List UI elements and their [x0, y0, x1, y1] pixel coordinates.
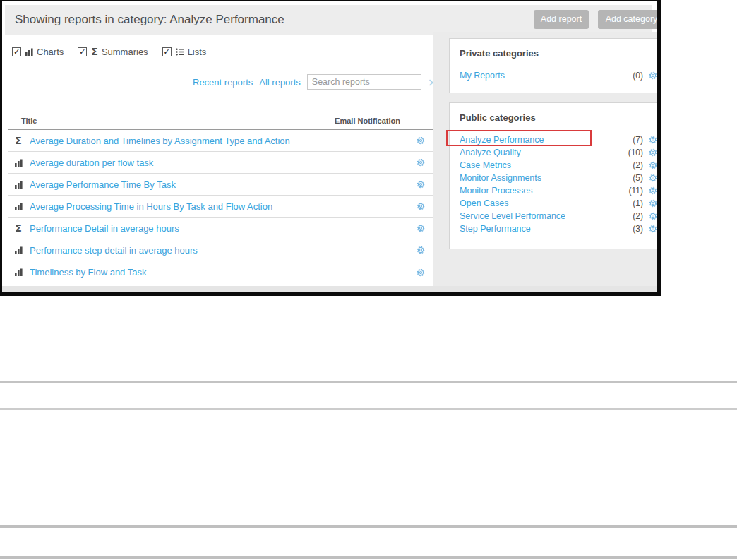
category-item: Monitor Processes (11) — [450, 184, 657, 197]
bar-chart-icon — [11, 159, 25, 167]
category-item: Case Metrics (2) — [450, 159, 657, 172]
table-row: Average duration per flow task — [8, 152, 433, 174]
report-link[interactable]: Average Duration and Timelines by Assign… — [30, 136, 413, 146]
private-categories-heading: Private categories — [450, 39, 657, 59]
table-row: Average Performance Time By Task — [8, 174, 433, 196]
bar-chart-icon — [25, 48, 33, 56]
filter-row: ✓ Charts ✓ Σ Summaries ✓ Lists — [12, 46, 220, 57]
list-icon — [176, 48, 184, 56]
category-link[interactable]: Monitor Assignments — [460, 173, 619, 183]
categories-panel: Private categories My Reports (0) Public… — [433, 32, 657, 290]
page: { "header": { "title": "Showing reports … — [0, 0, 737, 560]
report-table-body: Σ Average Duration and Timelines by Assi… — [8, 130, 433, 283]
report-link[interactable]: Average Processing Time in Hours By Task… — [30, 201, 413, 212]
category-link[interactable]: Case Metrics — [460, 160, 619, 170]
category-link[interactable]: Step Performance — [460, 224, 619, 234]
category-item: Analyze Performance (7) — [450, 133, 657, 146]
category-count: (3) — [619, 224, 643, 234]
lists-checkbox[interactable]: ✓ — [162, 47, 172, 56]
report-link[interactable]: Performance Detail in average hours — [30, 223, 413, 234]
report-link[interactable]: Timeliness by Flow and Task — [30, 267, 413, 278]
summaries-checkbox[interactable]: ✓ — [78, 47, 87, 56]
category-count: (10) — [619, 148, 643, 157]
charts-filter-label: Charts — [37, 47, 64, 57]
search-input[interactable] — [307, 74, 421, 90]
gear-icon[interactable] — [413, 268, 429, 278]
category-count: (2) — [619, 160, 643, 170]
private-categories-box: Private categories My Reports (0) — [449, 38, 657, 93]
add-category-button[interactable]: Add category — [598, 10, 661, 29]
bar-chart-icon — [11, 268, 25, 276]
check-icon: ✓ — [79, 48, 85, 56]
category-count: (11) — [619, 186, 643, 196]
title-column-header: Title — [21, 117, 37, 125]
category-count: (2) — [619, 211, 643, 221]
category-count: (5) — [619, 173, 643, 183]
category-item: Monitor Assignments (5) — [450, 172, 657, 184]
sigma-icon: Σ — [11, 135, 25, 146]
table-row: Σ Performance Detail in average hours — [8, 218, 433, 239]
category-item: Open Cases (1) — [450, 197, 657, 210]
category-link[interactable]: Analyze Quality — [460, 148, 619, 157]
gear-icon[interactable] — [646, 211, 657, 221]
gear-icon[interactable] — [413, 157, 429, 167]
public-categories-list: Analyze Performance (7) Analyze Quality … — [450, 133, 657, 235]
table-row: Performance step detail in average hours — [8, 239, 433, 261]
check-icon: ✓ — [13, 48, 20, 56]
private-categories-list: My Reports (0) — [450, 69, 657, 82]
divider-line — [0, 408, 737, 410]
report-browser-window: Showing reports in category: Analyze Per… — [0, 0, 661, 296]
divider-line — [0, 381, 737, 383]
filter-charts: ✓ Charts — [12, 47, 64, 57]
check-icon: ✓ — [164, 48, 170, 56]
report-table: Title Email Notification Σ Average Durat… — [8, 112, 433, 283]
category-link[interactable]: Service Level Performance — [460, 211, 619, 221]
gear-icon[interactable] — [646, 148, 657, 157]
gear-icon[interactable] — [646, 135, 657, 145]
sigma-icon: Σ — [11, 222, 25, 234]
gear-icon[interactable] — [413, 201, 429, 211]
category-count: (0) — [619, 71, 643, 81]
lists-filter-label: Lists — [188, 47, 207, 57]
category-link[interactable]: Analyze Performance — [460, 135, 619, 145]
gear-icon[interactable] — [413, 136, 429, 145]
gear-icon[interactable] — [413, 179, 429, 189]
gear-icon[interactable] — [646, 186, 657, 196]
public-categories-box: Public categories Analyze Performance (7… — [449, 102, 657, 249]
public-categories-heading: Public categories — [450, 103, 657, 123]
bar-chart-icon — [11, 246, 25, 254]
report-link[interactable]: Average Performance Time By Task — [30, 179, 413, 190]
sigma-icon: Σ — [91, 46, 98, 57]
table-header: Title Email Notification — [8, 112, 433, 130]
charts-checkbox[interactable]: ✓ — [12, 47, 21, 56]
category-link[interactable]: My Reports — [460, 71, 619, 81]
table-row: Timeliness by Flow and Task — [8, 261, 433, 283]
table-row: Average Processing Time in Hours By Task… — [8, 196, 433, 218]
add-report-button[interactable]: Add report — [534, 10, 589, 29]
gear-icon[interactable] — [646, 198, 657, 208]
table-row: Σ Average Duration and Timelines by Assi… — [8, 130, 433, 152]
category-item: My Reports (0) — [450, 69, 657, 82]
gear-icon[interactable] — [413, 223, 429, 233]
category-count: (1) — [619, 198, 643, 208]
divider-line — [0, 556, 737, 559]
gear-icon[interactable] — [646, 160, 657, 170]
bar-chart-icon — [11, 203, 25, 210]
summaries-filter-label: Summaries — [102, 47, 148, 57]
gear-icon[interactable] — [646, 173, 657, 183]
filter-lists: ✓ Lists — [162, 47, 207, 57]
report-link[interactable]: Average duration per flow task — [30, 157, 413, 168]
divider-line — [0, 525, 737, 528]
gear-icon[interactable] — [646, 224, 657, 234]
recent-reports-link[interactable]: Recent reports — [193, 77, 253, 88]
category-item: Analyze Quality (10) — [450, 146, 657, 159]
category-link[interactable]: Open Cases — [460, 198, 619, 208]
bar-chart-icon — [11, 181, 25, 189]
gear-icon[interactable] — [646, 71, 657, 81]
category-link[interactable]: Monitor Processes — [460, 186, 619, 196]
gear-icon[interactable] — [413, 245, 429, 255]
report-link[interactable]: Performance step detail in average hours — [30, 245, 413, 256]
search-row: Recent reports All reports × — [193, 74, 437, 90]
footer-strip — [2, 286, 657, 292]
all-reports-link[interactable]: All reports — [259, 77, 301, 88]
